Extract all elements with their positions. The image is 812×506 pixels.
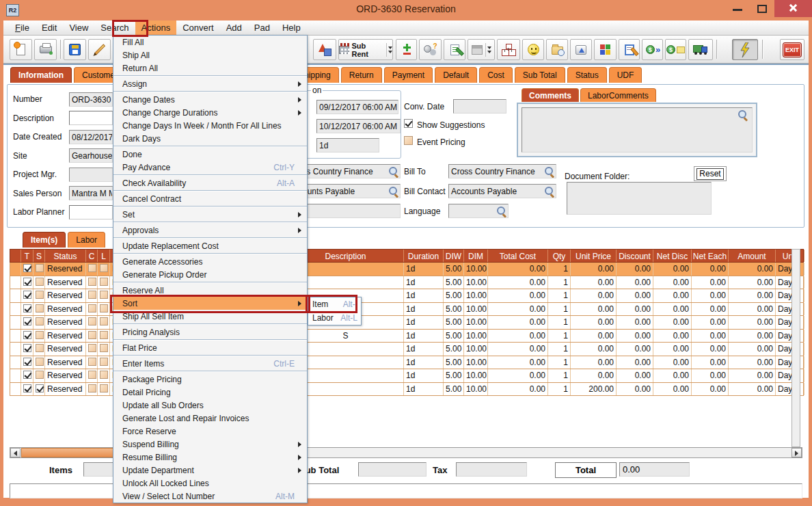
magnifier-icon[interactable]: [544, 186, 554, 196]
folder-time-button[interactable]: [546, 39, 568, 60]
minimize-button[interactable]: [733, 9, 742, 11]
s-checkbox[interactable]: [36, 264, 44, 272]
t-checkbox[interactable]: [23, 291, 31, 299]
tab-payment[interactable]: Payment: [384, 67, 433, 83]
comments-textarea[interactable]: [522, 107, 753, 152]
magnifier-icon[interactable]: [388, 186, 398, 196]
menu-item-detail-pricing[interactable]: Detail Pricing: [113, 386, 307, 399]
menu-item-dark-days[interactable]: Dark Days: [113, 132, 307, 145]
column-header-duration[interactable]: Duration: [404, 250, 444, 262]
t-checkbox[interactable]: [23, 278, 31, 286]
c-checkbox[interactable]: [88, 358, 96, 366]
maximize-button[interactable]: [757, 5, 767, 13]
calendar-spinner[interactable]: [485, 43, 491, 57]
menu-item-fill-all[interactable]: Fill All: [113, 36, 307, 49]
s-checkbox[interactable]: [36, 384, 44, 392]
c-checkbox[interactable]: [88, 264, 96, 272]
menu-item-return-all[interactable]: Return All: [113, 62, 307, 75]
t-checkbox[interactable]: [23, 264, 31, 272]
date-out-field[interactable]: 09/12/2017 06:00 AM: [316, 100, 398, 114]
calendar-button[interactable]: [468, 39, 495, 60]
t-checkbox[interactable]: [23, 358, 31, 366]
t-checkbox[interactable]: [23, 331, 31, 339]
column-header-l[interactable]: L: [98, 250, 110, 262]
notes-button[interactable]: [444, 39, 465, 60]
s-checkbox[interactable]: [36, 344, 44, 352]
conv-date-field[interactable]: [453, 99, 506, 114]
submenu-item-item[interactable]: ItemAlt-I: [308, 297, 361, 311]
menu-item-generate-pickup-order[interactable]: Generate Pickup Order: [113, 268, 307, 281]
menu-item-approvals[interactable]: Approvals: [113, 224, 307, 237]
bill-contact-field[interactable]: Accounts Payable: [448, 184, 556, 198]
menu-item-pay-advance[interactable]: Pay AdvanceCtrl-Y: [113, 161, 307, 174]
menubar-item-convert[interactable]: Convert: [176, 21, 220, 35]
add-line-button[interactable]: [396, 39, 417, 60]
menu-item-change-days-in-week-month-for-all-lines[interactable]: Change Days In Week / Month For All Line…: [113, 119, 307, 132]
tab-sub-total[interactable]: Sub Total: [515, 67, 565, 83]
submenu-item-labor[interactable]: LaborAlt-L: [308, 311, 361, 325]
menu-item-pricing-analysis[interactable]: Pricing Analysis: [113, 325, 307, 338]
menu-item-update-replacement-cost[interactable]: Update Replacement Cost: [113, 239, 307, 252]
s-checkbox[interactable]: [36, 331, 44, 339]
tab-default[interactable]: Default: [435, 67, 477, 83]
l-checkbox[interactable]: [100, 384, 108, 392]
show-suggestions-checkbox[interactable]: [404, 119, 413, 128]
save-button[interactable]: [64, 39, 86, 60]
menu-item-set[interactable]: Set: [113, 208, 307, 221]
menu-item-reserve-all[interactable]: Reserve All: [113, 284, 307, 297]
menu-item-generate-accessories[interactable]: Generate Accessories: [113, 255, 307, 268]
c-checkbox[interactable]: [88, 317, 96, 325]
tab-laborcomments[interactable]: LaborComments: [580, 88, 656, 102]
duration-field[interactable]: 1d: [316, 138, 379, 152]
comments-magnifier-icon[interactable]: [737, 109, 748, 120]
number-field[interactable]: ORD-3630: [69, 92, 113, 107]
tab-udf[interactable]: UDF: [609, 67, 642, 83]
s-checkbox[interactable]: [36, 371, 44, 379]
convert-button[interactable]: [313, 39, 336, 60]
l-checkbox[interactable]: [100, 304, 108, 312]
column-header-s[interactable]: S: [33, 250, 45, 262]
tab-comments[interactable]: Comments: [522, 88, 579, 102]
column-header-c[interactable]: C: [86, 250, 98, 262]
s-checkbox[interactable]: [36, 317, 44, 325]
t-checkbox[interactable]: [23, 317, 31, 325]
smiley-button[interactable]: [522, 39, 544, 60]
payment-forward-button[interactable]: $»: [642, 39, 663, 60]
menu-item-flat-price[interactable]: Flat Price: [113, 341, 307, 354]
menubar-item-edit[interactable]: Edit: [36, 21, 63, 35]
magnifier-icon[interactable]: [544, 166, 554, 176]
event-pricing-checkbox[interactable]: [404, 136, 413, 145]
keyboard-button[interactable]: [570, 39, 592, 60]
c-checkbox[interactable]: [88, 304, 96, 312]
scroll-left-button[interactable]: [10, 448, 21, 457]
column-header-qty[interactable]: Qty: [548, 250, 571, 262]
menu-item-suspend-billing[interactable]: Suspend Billing: [113, 438, 307, 451]
c-checkbox[interactable]: [88, 344, 96, 352]
menu-item-check-availability[interactable]: Check AvailabilityAlt-A: [113, 176, 307, 189]
c-checkbox[interactable]: [88, 291, 96, 299]
c-checkbox[interactable]: [88, 331, 96, 339]
tab-items[interactable]: Item(s): [23, 232, 66, 248]
s-checkbox[interactable]: [36, 278, 44, 286]
column-header-dim[interactable]: DIM: [464, 250, 488, 262]
document-folder-box[interactable]: [567, 182, 712, 215]
l-checkbox[interactable]: [100, 278, 108, 286]
menu-item-generate-lost-and-repair-invoices[interactable]: Generate Lost and Repair Invoices: [113, 412, 307, 425]
tab-cost[interactable]: Cost: [479, 67, 513, 83]
menu-item-ship-all-sell-item[interactable]: Ship All Sell Item: [113, 310, 307, 323]
l-checkbox[interactable]: [100, 344, 108, 352]
menu-item-ship-all[interactable]: Ship All: [113, 49, 307, 62]
l-checkbox[interactable]: [100, 291, 108, 299]
billing-notes-button[interactable]: $: [665, 39, 686, 60]
l-checkbox[interactable]: [100, 331, 108, 339]
column-header-status[interactable]: Status: [45, 250, 86, 262]
column-header-t[interactable]: T: [21, 250, 33, 262]
l-checkbox[interactable]: [100, 371, 108, 379]
menubar-item-file[interactable]: File: [9, 21, 36, 35]
menu-item-cancel-contract[interactable]: Cancel Contract: [113, 192, 307, 205]
sales-person-field[interactable]: Mantra M M: [69, 186, 113, 200]
find-items-button[interactable]: [419, 39, 442, 60]
labor-planner-field[interactable]: [69, 205, 113, 219]
column-header-net_disc[interactable]: Net Disc: [653, 250, 692, 262]
new-document-button[interactable]: [10, 39, 32, 60]
